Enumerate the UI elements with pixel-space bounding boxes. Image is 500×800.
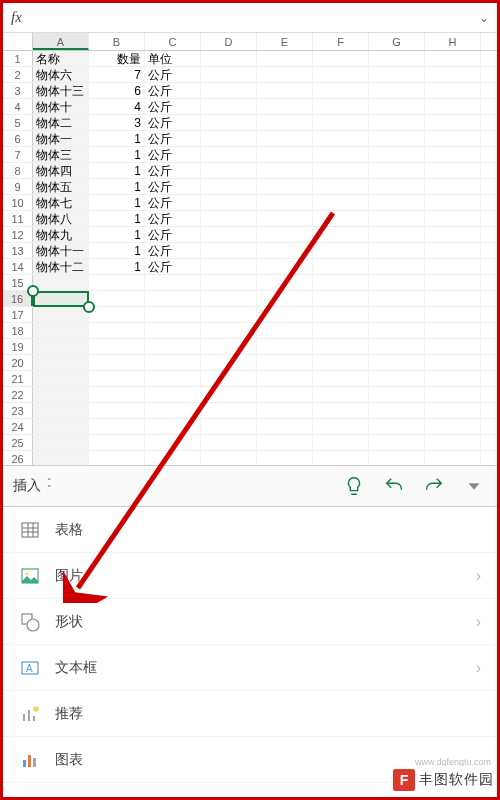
cell[interactable]: [425, 451, 481, 465]
cell[interactable]: [201, 99, 257, 114]
cell[interactable]: [33, 419, 89, 434]
cell[interactable]: [145, 387, 201, 402]
cell[interactable]: [201, 387, 257, 402]
cell[interactable]: [313, 355, 369, 370]
cell[interactable]: [425, 387, 481, 402]
cell[interactable]: [425, 403, 481, 418]
cell[interactable]: [369, 291, 425, 306]
cell[interactable]: [425, 83, 481, 98]
cell[interactable]: [313, 115, 369, 130]
cell[interactable]: [89, 275, 145, 290]
cell[interactable]: [201, 451, 257, 465]
col-header-E[interactable]: E: [257, 33, 313, 50]
cell[interactable]: 4: [89, 99, 145, 114]
cell[interactable]: [145, 403, 201, 418]
cell[interactable]: [425, 163, 481, 178]
cell[interactable]: 1: [89, 227, 145, 242]
cell[interactable]: [313, 387, 369, 402]
cell[interactable]: [369, 339, 425, 354]
col-header-B[interactable]: B: [89, 33, 145, 50]
cell[interactable]: [145, 275, 201, 290]
cell[interactable]: [257, 115, 313, 130]
cell[interactable]: [313, 291, 369, 306]
cell[interactable]: [257, 211, 313, 226]
more-icon[interactable]: [461, 473, 487, 499]
cell[interactable]: [257, 243, 313, 258]
cell[interactable]: 1: [89, 259, 145, 274]
cell[interactable]: [145, 355, 201, 370]
cell[interactable]: [425, 355, 481, 370]
spreadsheet-grid[interactable]: ABCDEFGH 1名称数量单位2物体六7公斤3物体十三6公斤4物体十4公斤5物…: [3, 33, 497, 465]
cell[interactable]: [33, 371, 89, 386]
cell[interactable]: [145, 371, 201, 386]
cell[interactable]: [201, 163, 257, 178]
cell[interactable]: [257, 227, 313, 242]
cell[interactable]: 物体一: [33, 131, 89, 146]
cell[interactable]: [313, 275, 369, 290]
cell[interactable]: [425, 419, 481, 434]
row-header[interactable]: 16: [3, 291, 33, 306]
cell[interactable]: [369, 371, 425, 386]
row-header[interactable]: 2: [3, 67, 33, 82]
cell[interactable]: 公斤: [145, 211, 201, 226]
hint-icon[interactable]: [341, 473, 367, 499]
cell[interactable]: [201, 131, 257, 146]
row-header[interactable]: 22: [3, 387, 33, 402]
cell[interactable]: [145, 451, 201, 465]
row-header[interactable]: 17: [3, 307, 33, 322]
cell[interactable]: [369, 387, 425, 402]
cell[interactable]: [33, 339, 89, 354]
cell[interactable]: [89, 387, 145, 402]
cell[interactable]: [313, 147, 369, 162]
menu-item-shape[interactable]: 形状 ›: [3, 599, 497, 645]
cell[interactable]: [89, 355, 145, 370]
cell[interactable]: [313, 131, 369, 146]
menu-item-image[interactable]: 图片 ›: [3, 553, 497, 599]
cell[interactable]: [89, 371, 145, 386]
cell[interactable]: [89, 339, 145, 354]
cell[interactable]: [313, 83, 369, 98]
cell[interactable]: [313, 163, 369, 178]
row-header[interactable]: 19: [3, 339, 33, 354]
cell[interactable]: [425, 211, 481, 226]
row-header[interactable]: 5: [3, 115, 33, 130]
cell[interactable]: [201, 195, 257, 210]
col-header-F[interactable]: F: [313, 33, 369, 50]
cell[interactable]: [33, 387, 89, 402]
cell[interactable]: [145, 291, 201, 306]
cell[interactable]: 1: [89, 131, 145, 146]
cell[interactable]: [369, 163, 425, 178]
cell[interactable]: [89, 435, 145, 450]
cell[interactable]: [257, 419, 313, 434]
formula-input[interactable]: [22, 3, 479, 32]
cell[interactable]: [313, 259, 369, 274]
cell[interactable]: [313, 195, 369, 210]
row-header[interactable]: 7: [3, 147, 33, 162]
cell[interactable]: 物体四: [33, 163, 89, 178]
cell[interactable]: [313, 99, 369, 114]
cell[interactable]: [33, 435, 89, 450]
cell[interactable]: [89, 451, 145, 465]
cell[interactable]: [369, 243, 425, 258]
cell[interactable]: [33, 307, 89, 322]
cell[interactable]: 物体六: [33, 67, 89, 82]
select-all-corner[interactable]: [3, 33, 33, 50]
cell[interactable]: [257, 83, 313, 98]
cell[interactable]: [145, 307, 201, 322]
cell[interactable]: [201, 275, 257, 290]
row-header[interactable]: 13: [3, 243, 33, 258]
cell[interactable]: [257, 371, 313, 386]
cell[interactable]: 物体三: [33, 147, 89, 162]
cell[interactable]: [313, 67, 369, 82]
cell[interactable]: [201, 147, 257, 162]
menu-item-recommend[interactable]: 推荐: [3, 691, 497, 737]
cell[interactable]: [313, 51, 369, 66]
cell[interactable]: [369, 275, 425, 290]
cell[interactable]: [201, 179, 257, 194]
cell[interactable]: [257, 291, 313, 306]
cell[interactable]: [425, 115, 481, 130]
row-header[interactable]: 14: [3, 259, 33, 274]
cell[interactable]: [425, 67, 481, 82]
cell[interactable]: [89, 419, 145, 434]
cell[interactable]: [33, 323, 89, 338]
